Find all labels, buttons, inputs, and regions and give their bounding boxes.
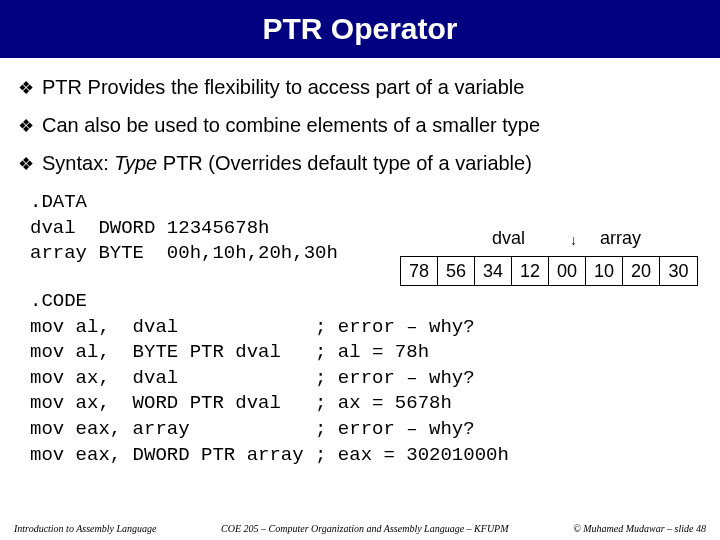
- mem-cell: 34: [475, 257, 512, 285]
- mem-cell: 56: [438, 257, 475, 285]
- bullet-2-text: Can also be used to combine elements of …: [42, 114, 540, 137]
- footer-center: COE 205 – Computer Organization and Asse…: [157, 523, 574, 534]
- diamond-icon: ❖: [18, 114, 34, 138]
- label-array: array: [600, 228, 641, 249]
- bullet-3: ❖ Syntax: Type PTR (Overrides default ty…: [18, 152, 702, 176]
- title-bar: PTR Operator: [0, 0, 720, 58]
- bullet-1: ❖ PTR Provides the flexibility to access…: [18, 76, 702, 100]
- memory-labels: dval ↓ array: [400, 228, 698, 256]
- slide-title: PTR Operator: [262, 12, 457, 46]
- mem-cell: 00: [549, 257, 586, 285]
- mem-cell: 12: [512, 257, 549, 285]
- code-section-code: .CODE mov al, dval ; error – why? mov al…: [18, 289, 702, 468]
- syntax-rest: PTR (Overrides default type of a variabl…: [157, 152, 532, 174]
- label-dval: dval: [492, 228, 525, 249]
- memory-cells: 78 56 34 12 00 10 20 30: [400, 256, 698, 286]
- memory-diagram: dval ↓ array 78 56 34 12 00 10 20 30: [400, 228, 698, 286]
- footer-left: Introduction to Assembly Language: [14, 523, 157, 534]
- arrow-down-icon: ↓: [570, 232, 577, 248]
- diamond-icon: ❖: [18, 152, 34, 176]
- bullet-3-text: Syntax: Type PTR (Overrides default type…: [42, 152, 532, 175]
- footer-right: © Muhamed Mudawar – slide 48: [573, 523, 706, 534]
- diamond-icon: ❖: [18, 76, 34, 100]
- bullet-2: ❖ Can also be used to combine elements o…: [18, 114, 702, 138]
- syntax-prefix: Syntax:: [42, 152, 114, 174]
- mem-cell: 78: [401, 257, 438, 285]
- mem-cell: 30: [660, 257, 697, 285]
- syntax-type: Type: [114, 152, 157, 174]
- mem-cell: 20: [623, 257, 660, 285]
- mem-cell: 10: [586, 257, 623, 285]
- bullet-1-text: PTR Provides the flexibility to access p…: [42, 76, 524, 99]
- footer: Introduction to Assembly Language COE 20…: [0, 523, 720, 534]
